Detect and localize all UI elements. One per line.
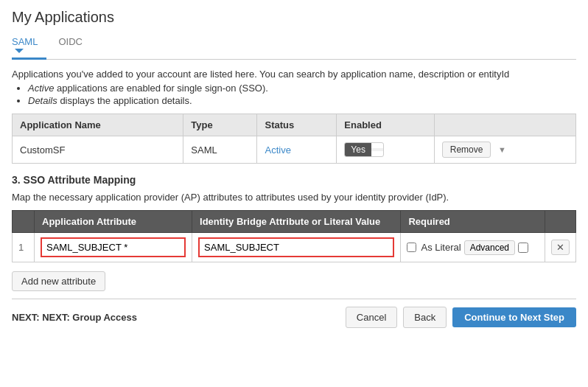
- toggle-no: [371, 148, 383, 151]
- bullet-active-keyword: Active: [28, 83, 54, 94]
- toggle-yes: Yes: [345, 143, 371, 156]
- footer-buttons: Cancel Back Continue to Next Step: [346, 307, 576, 328]
- continue-button[interactable]: Continue to Next Step: [452, 307, 576, 327]
- bullet-active-text: applications are enabled for single sign…: [57, 83, 268, 94]
- info-bullet-active: Active applications are enabled for sing…: [28, 83, 576, 94]
- col-ib-attr: Identity Bridge Attribute or Literal Val…: [192, 211, 401, 233]
- info-section: Applications you've added to your accoun…: [12, 69, 576, 106]
- col-del: [545, 211, 576, 233]
- delete-attr-button[interactable]: ✕: [551, 240, 570, 255]
- col-app-name: Application Name: [13, 114, 183, 136]
- col-num: [13, 211, 35, 233]
- col-enabled: Enabled: [337, 114, 434, 136]
- attr-as-literal-cell: As Literal Advanced: [401, 233, 545, 262]
- cell-enabled: Yes: [337, 136, 434, 164]
- tab-saml[interactable]: SAML: [12, 32, 46, 59]
- col-status: Status: [257, 114, 337, 136]
- attr-table-header-row: Application Attribute Identity Bridge At…: [13, 211, 576, 233]
- table-row: CustomSF SAML Active Yes Remove ▼: [13, 136, 576, 164]
- tab-saml-arrow: [15, 49, 24, 53]
- tabs-bar: SAML OIDC: [12, 32, 576, 60]
- next-label: NEXT: NEXT: Group Access: [12, 312, 137, 323]
- required-checkbox[interactable]: [518, 243, 528, 253]
- as-literal-checkbox[interactable]: [407, 243, 416, 252]
- col-required: Required: [401, 211, 545, 233]
- col-type: Type: [183, 114, 257, 136]
- col-actions: [434, 114, 575, 136]
- advanced-button[interactable]: Advanced: [464, 240, 515, 255]
- remove-button[interactable]: Remove: [442, 142, 491, 158]
- attr-table: Application Attribute Identity Bridge At…: [12, 210, 576, 262]
- sso-section-title: 3. SSO Attribute Mapping: [12, 174, 576, 186]
- as-literal-label: As Literal: [421, 242, 461, 253]
- app-table: Application Name Type Status Enabled Cus…: [12, 114, 576, 164]
- info-bullet-details: Details displays the application details…: [28, 95, 576, 106]
- add-attr-button[interactable]: Add new attribute: [12, 271, 105, 291]
- dropdown-arrow-icon[interactable]: ▼: [498, 145, 506, 154]
- cancel-button[interactable]: Cancel: [346, 307, 397, 328]
- as-literal-wrap: As Literal Advanced: [407, 240, 539, 255]
- sso-section-desc: Map the necessary application provider (…: [12, 192, 576, 203]
- page-title: My Applications: [12, 9, 576, 26]
- tab-oidc[interactable]: OIDC: [58, 32, 91, 59]
- attr-delete-cell: ✕: [545, 233, 576, 262]
- enabled-toggle[interactable]: Yes: [344, 142, 384, 157]
- cell-app-name: CustomSF: [13, 136, 183, 164]
- bullet-details-text: displays the application details.: [60, 95, 192, 106]
- page-container: My Applications SAML OIDC Applications y…: [0, 0, 588, 337]
- footer-section: NEXT: NEXT: Group Access Cancel Back Con…: [12, 299, 576, 328]
- bullet-details-keyword: Details: [28, 95, 57, 106]
- attr-app-attr-cell: [35, 233, 192, 262]
- cell-status: Active: [257, 136, 337, 164]
- attr-table-row: 1 As Literal Advanced ✕: [13, 233, 576, 262]
- back-button[interactable]: Back: [403, 307, 447, 328]
- cell-remove: Remove ▼: [434, 136, 575, 164]
- attr-ib-attr-cell: [192, 233, 401, 262]
- attr-row-num: 1: [13, 233, 35, 262]
- info-main-text: Applications you've added to your accoun…: [12, 69, 576, 80]
- info-bullets: Active applications are enabled for sing…: [12, 83, 576, 106]
- col-app-attr: Application Attribute: [35, 211, 192, 233]
- app-table-header: Application Name Type Status Enabled: [13, 114, 576, 136]
- cell-type: SAML: [183, 136, 257, 164]
- ib-attr-input[interactable]: [198, 237, 394, 257]
- app-attr-input[interactable]: [41, 237, 186, 257]
- status-badge: Active: [265, 144, 290, 156]
